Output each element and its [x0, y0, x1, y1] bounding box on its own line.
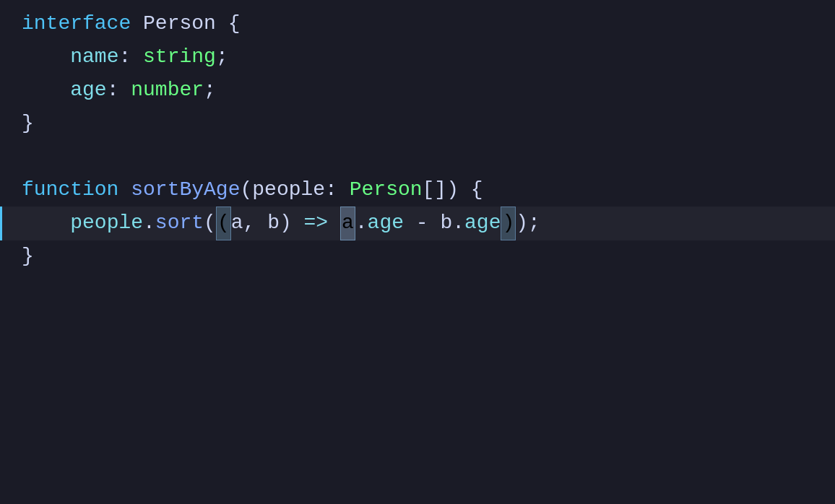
code-editor[interactable]: interface Person { name: string; age: nu…	[0, 0, 835, 504]
token-person-type: Person	[350, 174, 423, 207]
code-line-5	[0, 140, 835, 173]
token-brace-close1: }	[22, 108, 34, 140]
code-line-3: age: number;	[0, 74, 835, 107]
token-dot1: .	[143, 207, 155, 240]
line-gutter-2	[0, 40, 7, 74]
line-gutter-4	[0, 107, 7, 140]
token-name-prop: name	[70, 41, 118, 74]
token-space3	[328, 207, 340, 240]
line-content-6: function sortByAge(people: Person[]) {	[7, 173, 498, 207]
token-indent	[22, 41, 70, 74]
token-close-paren-arrow: )	[280, 207, 304, 240]
token-a-param: a	[231, 207, 243, 240]
token-interface: interface	[22, 8, 131, 40]
code-line-7: people.sort((a, b) => a.age - b.age));	[0, 207, 835, 240]
line-content-2: name: string;	[7, 40, 243, 74]
token-fn-name: sortByAge	[131, 174, 240, 207]
line-gutter-8	[0, 240, 7, 274]
line-content-8: }	[7, 240, 48, 274]
token-colon1: :	[118, 41, 143, 74]
token-colon2: :	[107, 74, 131, 107]
active-line-bar	[0, 207, 2, 240]
token-semi1: ;	[216, 41, 228, 74]
line-gutter-1	[0, 7, 7, 40]
token-people-param: people	[252, 174, 325, 207]
line-content-4: }	[7, 107, 48, 140]
token-age-prop: age	[70, 74, 106, 107]
token-paren-open: (	[240, 174, 252, 207]
line-gutter-7	[0, 207, 7, 240]
line-content-7: people.sort((a, b) => a.age - b.age));	[7, 207, 555, 240]
token-dot3: .	[452, 207, 464, 240]
token-function: function	[22, 174, 118, 207]
line-content-5	[7, 140, 36, 173]
token-arr-bracket: []	[423, 174, 447, 207]
token-colon3: :	[325, 174, 350, 207]
line-content-3: age: number;	[7, 74, 230, 107]
token-brace-close2: }	[22, 240, 34, 273]
token-arrow: =>	[304, 207, 329, 240]
code-line-6: function sortByAge(people: Person[]) {	[0, 173, 835, 207]
token-close-bracket-highlight: )	[501, 207, 516, 240]
token-number-type: number	[131, 74, 204, 107]
line-content-1: interface Person {	[7, 7, 254, 40]
token-final-paren-semi: );	[516, 207, 540, 240]
token-space: Person	[131, 8, 228, 40]
line-gutter-6	[0, 173, 7, 207]
line-gutter-5	[0, 140, 7, 173]
token-b-ref: b	[440, 207, 452, 240]
token-semi2: ;	[204, 74, 216, 107]
token-b-param: b	[267, 207, 280, 240]
token-people-obj: people	[70, 207, 143, 240]
token-indent2	[22, 74, 70, 107]
token-paren-highlight: (	[216, 207, 231, 240]
token-string-type: string	[143, 41, 216, 74]
line-gutter-3	[0, 74, 7, 107]
token-age-access1: age	[368, 207, 404, 240]
token-brace-open: {	[228, 8, 241, 40]
code-line-2: name: string;	[0, 40, 835, 74]
token-space2	[118, 174, 131, 207]
code-line-8: }	[0, 240, 835, 274]
token-a-highlight: a	[340, 207, 355, 240]
token-minus: -	[404, 207, 440, 240]
code-line-4: }	[0, 107, 835, 140]
token-comma: ,	[243, 207, 268, 240]
token-sort-fn: sort	[155, 207, 204, 240]
token-paren-close-brace: ) {	[446, 174, 483, 207]
code-line-1: interface Person {	[0, 7, 835, 40]
token-sort-paren: (	[204, 207, 216, 240]
token-indent3	[22, 207, 70, 240]
token-age-access2: age	[464, 207, 501, 240]
token-dot2: .	[355, 207, 368, 240]
